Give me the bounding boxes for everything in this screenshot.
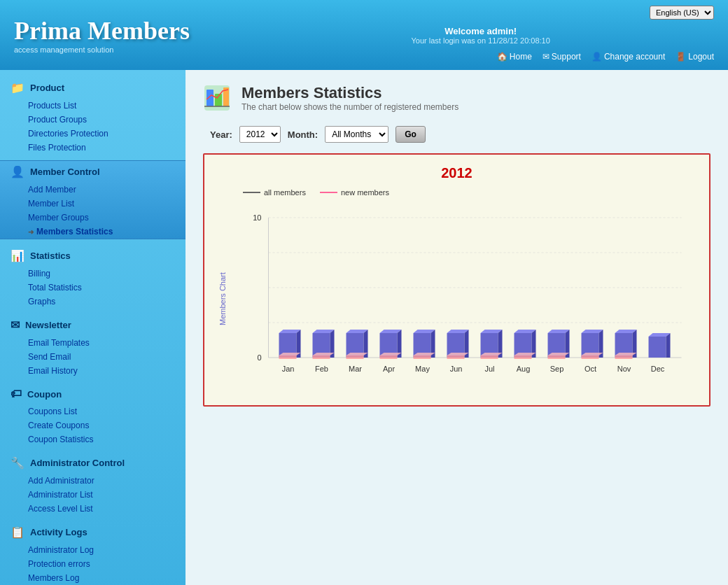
svg-rect-56 [548,355,566,359]
sidebar-item-coupon-statistics[interactable]: Coupon Statistics [0,432,186,446]
svg-text:Jul: Jul [484,365,494,373]
sidebar-section-header-coupon[interactable]: 🏷Coupon [0,383,186,404]
sidebar-item-graphs[interactable]: Graphs [0,295,186,309]
legend-all-members: all members [243,188,306,197]
sidebar-section-header-member-control[interactable]: 👤Member Control [0,161,186,183]
legend-new-label: new members [341,188,389,197]
legend-all-line [243,192,260,193]
newsletter-icon: ✉ [10,318,20,332]
legend-new-members: new members [320,188,389,197]
header: Prima Members access management solution… [0,0,728,70]
year-select[interactable]: 2012 2011 2010 [239,126,281,143]
sidebar-section-label-coupon: Coupon [27,389,62,400]
sidebar-item-access-level-list[interactable]: Access Level List [0,502,186,516]
svg-text:Jan: Jan [282,365,295,373]
sidebar-item-files-protection[interactable]: Files Protection [0,141,186,155]
app-title: Prima Members [14,16,247,45]
chart-controls: Year: 2012 2011 2010 Month: All Months J… [203,126,710,143]
app-subtitle: access management solution [14,45,247,54]
svg-rect-51 [514,355,532,359]
language-select[interactable]: English (US) [650,6,714,20]
sidebar-item-protection-errors[interactable]: Protection errors [0,557,186,571]
welcome-text: Welcome admin! [247,26,714,36]
sidebar-item-member-groups[interactable]: Member Groups [0,211,186,225]
svg-rect-21 [313,355,330,359]
sidebar-item-coupons-list[interactable]: Coupons List [0,404,186,418]
sidebar-section-label-product: Product [30,83,64,93]
sidebar-section-label-activity-logs: Activity Logs [30,527,88,537]
change-account-link[interactable]: 👤 Change account [592,52,665,62]
chart-y-label: Members Chart [215,204,230,395]
sidebar-section-header-administrator-control[interactable]: 🔧Administrator Control [0,452,186,474]
month-select[interactable]: All Months January February March April … [325,126,388,143]
sidebar-item-create-coupons[interactable]: Create Coupons [0,418,186,432]
svg-text:10: 10 [253,213,261,222]
svg-text:Nov: Nov [617,365,631,373]
sidebar-item-email-templates[interactable]: Email Templates [0,336,186,350]
svg-text:Dec: Dec [651,365,665,373]
sidebar-section-header-activity-logs[interactable]: 📋Activity Logs [0,521,186,543]
sidebar-section-coupon: 🏷CouponCoupons ListCreate CouponsCoupon … [0,383,186,446]
product-icon: 📁 [10,81,24,94]
sidebar-item-member-list[interactable]: Member List [0,197,186,211]
sidebar-item-products-list[interactable]: Products List [0,99,186,113]
page-icon [203,84,231,112]
svg-rect-66 [615,355,633,359]
sidebar-section-newsletter: ✉NewsletterEmail TemplatesSend EmailEmai… [0,314,186,378]
sidebar-item-total-statistics[interactable]: Total Statistics [0,281,186,295]
chart-year-title: 2012 [215,165,699,181]
sidebar-section-header-statistics[interactable]: 📊Statistics [0,245,186,267]
sidebar-item-administrator-log[interactable]: Administrator Log [0,543,186,557]
activity-logs-icon: 📋 [10,526,24,539]
legend-new-line [320,192,337,193]
svg-text:Sep: Sep [550,365,564,373]
sidebar-item-billing[interactable]: Billing [0,267,186,281]
sidebar-item-members-statistics[interactable]: ➜ Members Statistics [0,225,186,239]
sidebar-section-label-member-control: Member Control [30,167,100,177]
sidebar-section-header-product[interactable]: 📁Product [0,77,186,99]
sidebar: 📁ProductProducts ListProduct GroupsDirec… [0,70,186,585]
sidebar-section-label-statistics: Statistics [30,251,71,261]
change-account-icon: 👤 [592,52,602,62]
administrator-control-icon: 🔧 [10,456,24,470]
svg-text:May: May [415,365,430,373]
svg-rect-31 [380,355,398,359]
sidebar-item-email-history[interactable]: Email History [0,364,186,378]
content-area: Members Statistics The chart below shows… [186,70,728,585]
svg-rect-41 [447,355,465,359]
language-selector-area: English (US) [650,6,714,20]
sidebar-section-header-newsletter[interactable]: ✉Newsletter [0,314,186,336]
svg-text:Jun: Jun [450,365,463,373]
svg-text:Apr: Apr [383,365,395,373]
sidebar-item-members-log[interactable]: Members Log [0,571,186,585]
home-link[interactable]: 🏠 Home [497,52,532,62]
month-label: Month: [288,129,318,140]
sidebar-item-administrator-list[interactable]: Administrator List [0,488,186,502]
chart-svg-wrapper: Members Chart 10 0 [215,204,699,395]
sidebar-item-add-administrator[interactable]: Add Administrator [0,474,186,488]
logout-link[interactable]: 🚪 Logout [676,52,714,62]
svg-rect-46 [481,355,498,359]
go-button[interactable]: Go [396,126,426,143]
page-subtitle: The chart below shows the number of regi… [241,102,458,112]
support-link[interactable]: ✉ Support [542,52,581,62]
svg-rect-36 [414,355,431,359]
header-center: Welcome admin! Your last login was on 11… [247,26,714,45]
svg-rect-61 [582,355,599,359]
sidebar-item-add-member[interactable]: Add Member [0,183,186,197]
member-control-icon: 👤 [10,165,24,178]
svg-text:0: 0 [257,353,261,362]
page-title: Members Statistics [241,84,458,102]
svg-text:Aug: Aug [517,365,531,373]
sidebar-item-send-email[interactable]: Send Email [0,350,186,364]
chart-main: 10 0 [230,204,699,395]
support-icon: ✉ [542,52,550,62]
sidebar-section-administrator-control: 🔧Administrator ControlAdd AdministratorA… [0,452,186,516]
svg-text:Feb: Feb [315,365,328,373]
statistics-icon: 📊 [10,249,24,262]
svg-marker-70 [666,333,671,358]
sidebar-item-product-groups[interactable]: Product Groups [0,113,186,127]
sidebar-item-directories-protection[interactable]: Directories Protection [0,127,186,141]
svg-marker-68 [649,337,666,358]
logout-icon: 🚪 [676,52,686,62]
